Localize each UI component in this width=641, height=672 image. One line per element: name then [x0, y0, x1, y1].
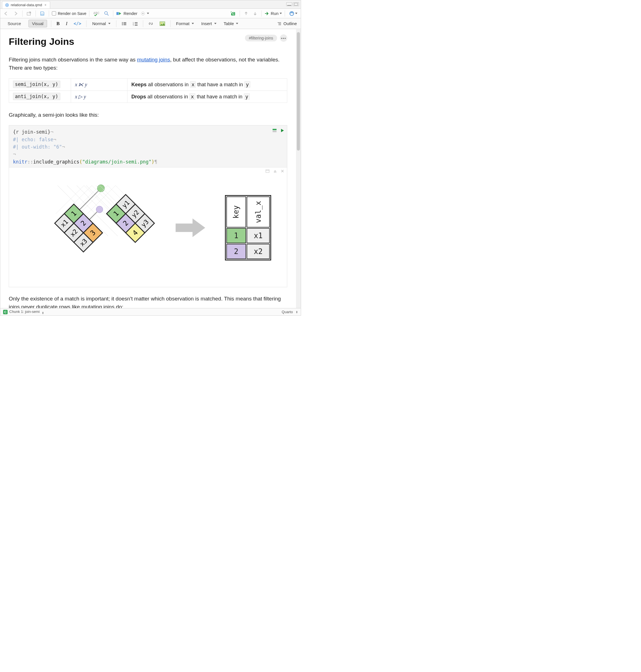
result-cell-val: x2 [247, 244, 270, 259]
outline-button[interactable]: Outline [277, 21, 297, 26]
find-button[interactable] [103, 11, 110, 17]
code-chunk[interactable]: {r join-semi}¬ #| echo: false¬ #| out-wi… [9, 125, 287, 287]
math-notation: x ⋉ y [75, 82, 87, 87]
svg-rect-6 [41, 14, 43, 15]
expand-output-icon[interactable] [265, 169, 270, 174]
table-row: 2 x2 [226, 244, 270, 259]
table-menu[interactable]: Table [222, 20, 240, 27]
toolbar-separator [22, 11, 23, 17]
svg-line-9 [107, 14, 109, 15]
section-id-pill[interactable]: #filtering-joins [245, 35, 277, 41]
format-menu[interactable]: Format [175, 20, 196, 27]
vertical-scrollbar[interactable] [296, 29, 301, 308]
svg-text:C: C [232, 12, 234, 15]
show-in-new-window-button[interactable] [25, 11, 33, 16]
file-icon [5, 3, 9, 7]
svg-line-55 [80, 186, 108, 214]
insert-menu[interactable]: Insert [200, 20, 218, 27]
render-icon [116, 11, 122, 16]
table-row: semi_join(x, y) x ⋉ y Keeps all observat… [9, 78, 287, 91]
section-menu-button[interactable]: ••• [280, 35, 287, 42]
minimize-pane-icon[interactable] [286, 2, 292, 6]
bold-button[interactable]: B [55, 20, 60, 27]
engine-label[interactable]: Quarto [282, 310, 293, 314]
visual-mode-button[interactable]: Visual [28, 20, 47, 27]
section-header: Filtering Joins #filtering-joins ••• [9, 35, 287, 53]
toolbar-separator [240, 11, 240, 17]
nav-back-button[interactable] [2, 11, 10, 16]
svg-point-21 [122, 23, 123, 24]
collapse-output-icon[interactable] [273, 169, 277, 174]
go-prev-chunk-button[interactable] [243, 11, 249, 16]
italic-button[interactable]: I [65, 20, 68, 27]
join-types-table[interactable]: semi_join(x, y) x ⋉ y Keeps all observat… [9, 78, 287, 103]
result-table: key val_x 1 x1 2 x2 [225, 195, 271, 260]
svg-rect-10 [117, 12, 119, 15]
save-button[interactable] [39, 11, 46, 16]
run-chunk-icon[interactable] [281, 127, 284, 135]
toolbar-separator [116, 20, 117, 27]
section3-text[interactable]: Only the existence of a match is importa… [9, 294, 287, 308]
render-button[interactable]: Render [116, 11, 137, 16]
clear-output-icon[interactable] [281, 169, 284, 174]
result-header-key: key [232, 205, 241, 219]
svg-rect-37 [273, 129, 276, 130]
toolbar-separator [261, 11, 262, 17]
engine-stepper-icon: ▲▼ [296, 311, 298, 313]
file-tab[interactable]: relational-data.qmd × [2, 1, 50, 9]
toolbar-separator [143, 20, 143, 27]
join-semi-diagram: 1x12x23x31y12y24y3 key val_x [15, 172, 281, 278]
svg-point-48 [96, 206, 103, 213]
code-format-button[interactable]: </> [72, 20, 82, 27]
run-button[interactable]: Run [264, 11, 282, 16]
mutating-joins-link[interactable]: mutating joins [137, 57, 170, 63]
toolbar-separator [89, 11, 90, 17]
intro-paragraph[interactable]: Filtering joins match observations in th… [9, 56, 287, 72]
result-cell-key: 2 [226, 244, 246, 259]
code-chunk-output: 1x12x23x31y12y24y3 key val_x [9, 167, 287, 287]
insert-chunk-button[interactable]: C+ [229, 11, 237, 17]
toolbar-separator [86, 20, 86, 27]
svg-point-12 [142, 13, 144, 14]
go-next-chunk-button[interactable] [252, 11, 259, 16]
code-chunk-source[interactable]: {r join-semi}¬ #| echo: false¬ #| out-wi… [9, 125, 287, 167]
toolbar-separator [51, 20, 51, 27]
render-label: Render [123, 11, 137, 16]
svg-point-8 [105, 12, 107, 14]
svg-text:ABC: ABC [93, 12, 99, 15]
numbered-list-button[interactable]: 123 [132, 21, 139, 26]
editor-toolbar: Source Visual B I </> Normal 123 Format … [0, 18, 301, 29]
outline-icon [277, 22, 282, 26]
result-cell-key: 1 [226, 228, 246, 243]
func-chip: semi_join(x, y) [13, 81, 60, 88]
section2-text[interactable]: Graphically, a semi-join looks like this… [9, 111, 287, 119]
chunk-nav-stepper-icon: ▲▼ [42, 312, 44, 314]
render-options-button[interactable] [139, 11, 150, 16]
close-tab-icon[interactable]: × [44, 3, 47, 7]
toolbar-separator [36, 11, 36, 17]
page-title[interactable]: Filtering Joins [9, 36, 245, 47]
checkbox-icon [52, 11, 56, 15]
render-on-save-label: Render on Save [58, 11, 86, 16]
chunk-navigator[interactable]: Chunk 1: join-semi ▲▼ [9, 310, 44, 314]
bullet-list-button[interactable] [120, 21, 128, 26]
render-on-save-checkbox[interactable]: Render on Save [52, 11, 86, 16]
maximize-pane-icon[interactable] [293, 2, 299, 6]
run-label: Run [271, 11, 278, 16]
svg-point-46 [97, 184, 105, 192]
chunk-options-icon[interactable] [272, 127, 277, 135]
svg-text:+: + [231, 11, 232, 14]
image-button[interactable] [159, 21, 166, 27]
document-body[interactable]: Filtering Joins #filtering-joins ••• Fil… [0, 29, 296, 308]
link-button[interactable] [147, 21, 154, 26]
table-row: 1 x1 [226, 228, 270, 243]
table-row: anti_join(x, y) x ▷ y Drops all observat… [9, 91, 287, 102]
file-tab-label: relational-data.qmd [11, 3, 42, 7]
source-mode-button[interactable]: Source [4, 20, 25, 27]
spellcheck-button[interactable]: ABC [92, 11, 101, 17]
scrollbar-thumb[interactable] [297, 32, 300, 151]
nav-forward-button[interactable] [12, 11, 19, 16]
paragraph-style-dropdown[interactable]: Normal [91, 20, 112, 27]
svg-point-23 [122, 24, 123, 25]
publish-button[interactable] [288, 11, 299, 17]
